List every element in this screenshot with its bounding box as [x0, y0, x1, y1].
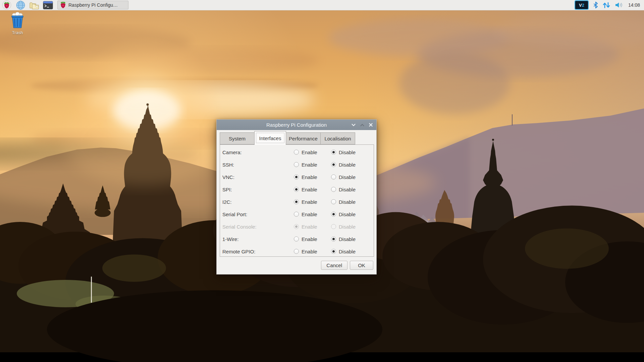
radio-selected-icon[interactable]: [294, 199, 299, 204]
interface-row-label: Remote GPIO:: [222, 248, 255, 254]
raspberry-pi-configuration-window: Raspberry Pi Configuration SystemInterfa…: [216, 119, 377, 275]
file-manager-button[interactable]: [29, 0, 40, 10]
radio-selected-icon[interactable]: [331, 162, 336, 167]
terminal-button[interactable]: [43, 0, 53, 10]
raspberry-pi-menu-button[interactable]: [1, 0, 12, 10]
task-button-label: Raspberry Pi Configu…: [68, 2, 118, 8]
web-browser-button[interactable]: [15, 0, 26, 10]
interface-row-ssh: SSH:EnableDisable: [220, 158, 374, 171]
clock: 14:08: [628, 2, 640, 8]
radio-label: Enable: [302, 149, 317, 155]
enable-radio-camera[interactable]: Enable: [294, 149, 317, 155]
vnc-tray-icon[interactable]: V2: [575, 0, 589, 10]
taskbar: Raspberry Pi Configu… V2 14:08: [0, 0, 644, 10]
enable-radio-ssh[interactable]: Enable: [294, 162, 317, 167]
interface-row-label: Serial Port:: [222, 211, 247, 217]
window-controls: [351, 120, 373, 130]
chevron-down-icon: [352, 124, 356, 126]
radio-selected-icon[interactable]: [331, 236, 336, 241]
raspberry-pi-icon: [2, 0, 11, 10]
maximize-button[interactable]: [360, 123, 364, 127]
interface-row-1-wire: 1-Wire:EnableDisable: [220, 233, 374, 245]
disable-radio-1-wire[interactable]: Disable: [331, 236, 356, 242]
enable-radio-i2c[interactable]: Enable: [294, 199, 317, 204]
disable-radio-ssh[interactable]: Disable: [331, 162, 356, 167]
chevron-up-icon: [360, 124, 364, 126]
volume-icon[interactable]: [615, 2, 624, 8]
tab-interfaces[interactable]: Interfaces: [254, 131, 286, 145]
interface-row-label: SSH:: [222, 162, 234, 167]
enable-radio-vnc[interactable]: Enable: [294, 174, 317, 180]
radio-label: Disable: [339, 224, 356, 229]
interface-row-label: Camera:: [222, 149, 242, 155]
disable-radio-serial-port[interactable]: Disable: [331, 211, 356, 217]
radio-unselected-icon[interactable]: [331, 187, 336, 192]
radio-unselected-icon[interactable]: [331, 174, 336, 179]
interface-row-spi: SPI:EnableDisable: [220, 183, 374, 195]
disable-radio-camera[interactable]: Disable: [331, 149, 356, 155]
interface-row-camera: Camera:EnableDisable: [220, 146, 374, 158]
radio-unselected-icon[interactable]: [294, 212, 299, 217]
radio-selected-icon[interactable]: [331, 149, 336, 155]
radio-selected-icon[interactable]: [294, 187, 299, 192]
raspberry-pi-icon: [60, 1, 66, 9]
radio-label: Disable: [339, 186, 356, 192]
interface-row-label: VNC:: [222, 174, 234, 180]
tab-system[interactable]: System: [220, 132, 254, 144]
terminal-icon: [43, 1, 53, 9]
radio-label: Enable: [302, 186, 317, 192]
radio-unselected-icon[interactable]: [294, 162, 299, 167]
interface-row-remote-gpio: Remote GPIO:EnableDisable: [220, 245, 374, 257]
enable-radio-remote-gpio[interactable]: Enable: [294, 248, 317, 254]
titlebar[interactable]: Raspberry Pi Configuration: [217, 120, 376, 130]
disable-radio-spi[interactable]: Disable: [331, 186, 356, 192]
radio-selected-icon[interactable]: [331, 249, 336, 254]
task-button-raspberry-pi-configuration[interactable]: Raspberry Pi Configu…: [57, 1, 128, 9]
radio-label: Disable: [339, 211, 356, 217]
bluetooth-icon[interactable]: [593, 2, 598, 8]
enable-radio-1-wire[interactable]: Enable: [294, 236, 317, 242]
radio-label: Disable: [339, 162, 356, 167]
radio-label: Enable: [302, 199, 317, 204]
window-title: Raspberry Pi Configuration: [266, 122, 327, 128]
enable-radio-spi[interactable]: Enable: [294, 186, 317, 192]
interface-row-label: I2C:: [222, 199, 232, 204]
interface-row-label: SPI:: [222, 186, 232, 192]
radio-selected-icon[interactable]: [331, 212, 336, 217]
system-tray: V2 14:08: [575, 0, 644, 10]
radio-unselected-icon: [331, 224, 336, 229]
radio-label: Disable: [339, 199, 356, 204]
radio-unselected-icon[interactable]: [331, 199, 336, 204]
trash-desktop-icon[interactable]: Trash: [9, 12, 26, 35]
dialog-buttons: Cancel OK: [321, 261, 373, 270]
radio-selected-icon[interactable]: [294, 174, 299, 179]
pole: [91, 277, 92, 303]
vnc-logo-text: V2: [579, 3, 584, 8]
close-button[interactable]: [369, 123, 373, 127]
disable-radio-i2c[interactable]: Disable: [331, 199, 356, 204]
enable-radio-serial-port[interactable]: Enable: [294, 211, 317, 217]
tab-localisation[interactable]: Localisation: [320, 132, 355, 144]
radio-selected-icon: [294, 224, 299, 229]
interface-row-vnc: VNC:EnableDisable: [220, 171, 374, 183]
trash-can-icon: [10, 12, 25, 28]
radio-label: Enable: [302, 248, 317, 254]
tab-performance[interactable]: Performance: [286, 132, 320, 144]
radio-label: Enable: [302, 162, 317, 167]
interface-row-label: Serial Console:: [222, 224, 257, 229]
cancel-button[interactable]: Cancel: [321, 261, 347, 270]
minimize-button[interactable]: [351, 123, 356, 127]
radio-unselected-icon[interactable]: [294, 236, 299, 241]
radio-label: Disable: [339, 248, 356, 254]
network-updown-arrows-icon[interactable]: [603, 2, 610, 8]
ok-button[interactable]: OK: [350, 261, 373, 270]
radio-label: Enable: [302, 236, 317, 242]
radio-unselected-icon[interactable]: [294, 149, 299, 155]
radio-label: Enable: [302, 211, 317, 217]
radio-unselected-icon[interactable]: [294, 249, 299, 254]
radio-label: Disable: [339, 149, 356, 155]
interface-row-i2c: I2C:EnableDisable: [220, 195, 374, 208]
disable-radio-remote-gpio[interactable]: Disable: [331, 248, 356, 254]
disable-radio-vnc[interactable]: Disable: [331, 174, 356, 180]
interface-row-label: 1-Wire:: [222, 236, 238, 242]
